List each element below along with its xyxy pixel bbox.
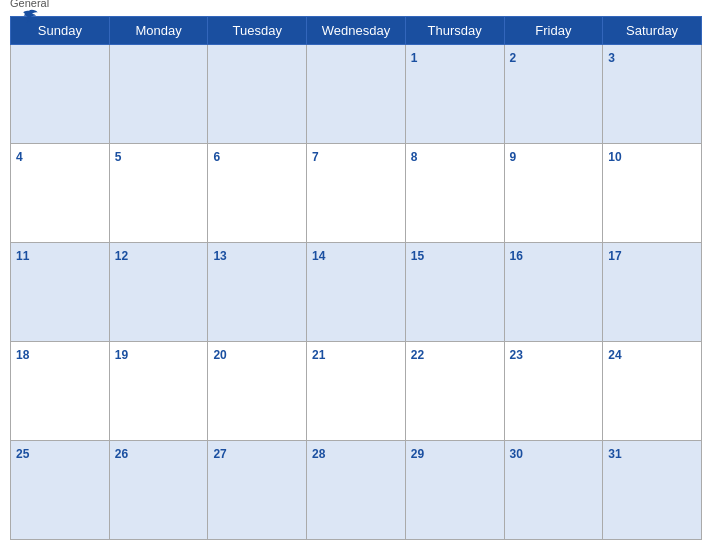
week-row-2: 45678910 bbox=[11, 144, 702, 243]
calendar-cell: 30 bbox=[504, 441, 603, 540]
day-number: 2 bbox=[510, 51, 517, 65]
day-number: 18 bbox=[16, 348, 29, 362]
day-number: 19 bbox=[115, 348, 128, 362]
weekday-header-friday: Friday bbox=[504, 17, 603, 45]
day-number: 8 bbox=[411, 150, 418, 164]
calendar-cell bbox=[208, 45, 307, 144]
calendar-cell: 12 bbox=[109, 243, 208, 342]
day-number: 14 bbox=[312, 249, 325, 263]
weekday-header-tuesday: Tuesday bbox=[208, 17, 307, 45]
calendar-cell: 19 bbox=[109, 342, 208, 441]
calendar-cell bbox=[11, 45, 110, 144]
day-number: 13 bbox=[213, 249, 226, 263]
weekday-header-wednesday: Wednesday bbox=[307, 17, 406, 45]
day-number: 24 bbox=[608, 348, 621, 362]
day-number: 1 bbox=[411, 51, 418, 65]
calendar-cell: 11 bbox=[11, 243, 110, 342]
day-number: 17 bbox=[608, 249, 621, 263]
day-number: 28 bbox=[312, 447, 325, 461]
calendar-cell: 18 bbox=[11, 342, 110, 441]
calendar-cell: 16 bbox=[504, 243, 603, 342]
day-number: 16 bbox=[510, 249, 523, 263]
calendar-body: 1234567891011121314151617181920212223242… bbox=[11, 45, 702, 540]
week-row-1: 123 bbox=[11, 45, 702, 144]
calendar-cell: 20 bbox=[208, 342, 307, 441]
day-number: 20 bbox=[213, 348, 226, 362]
calendar-cell: 17 bbox=[603, 243, 702, 342]
calendar-cell: 15 bbox=[405, 243, 504, 342]
weekday-header-thursday: Thursday bbox=[405, 17, 504, 45]
calendar-cell: 27 bbox=[208, 441, 307, 540]
day-number: 27 bbox=[213, 447, 226, 461]
calendar-cell: 5 bbox=[109, 144, 208, 243]
calendar-cell: 26 bbox=[109, 441, 208, 540]
calendar-cell: 24 bbox=[603, 342, 702, 441]
day-number: 12 bbox=[115, 249, 128, 263]
calendar-cell: 22 bbox=[405, 342, 504, 441]
calendar-cell: 1 bbox=[405, 45, 504, 144]
calendar-cell bbox=[109, 45, 208, 144]
week-row-3: 11121314151617 bbox=[11, 243, 702, 342]
day-number: 15 bbox=[411, 249, 424, 263]
calendar-cell: 31 bbox=[603, 441, 702, 540]
calendar-cell: 25 bbox=[11, 441, 110, 540]
day-number: 31 bbox=[608, 447, 621, 461]
calendar-cell: 4 bbox=[11, 144, 110, 243]
calendar-cell: 9 bbox=[504, 144, 603, 243]
day-number: 23 bbox=[510, 348, 523, 362]
day-number: 5 bbox=[115, 150, 122, 164]
day-number: 25 bbox=[16, 447, 29, 461]
calendar-cell: 13 bbox=[208, 243, 307, 342]
calendar-table: SundayMondayTuesdayWednesdayThursdayFrid… bbox=[10, 16, 702, 540]
calendar-cell: 29 bbox=[405, 441, 504, 540]
weekday-header-monday: Monday bbox=[109, 17, 208, 45]
calendar-cell: 28 bbox=[307, 441, 406, 540]
calendar-cell: 3 bbox=[603, 45, 702, 144]
day-number: 11 bbox=[16, 249, 29, 263]
calendar-cell: 7 bbox=[307, 144, 406, 243]
calendar-cell: 2 bbox=[504, 45, 603, 144]
logo: General bbox=[10, 0, 49, 23]
calendar-cell: 14 bbox=[307, 243, 406, 342]
week-row-5: 25262728293031 bbox=[11, 441, 702, 540]
calendar-cell: 8 bbox=[405, 144, 504, 243]
logo-blue-text bbox=[20, 9, 40, 23]
day-number: 9 bbox=[510, 150, 517, 164]
calendar-cell: 23 bbox=[504, 342, 603, 441]
day-number: 29 bbox=[411, 447, 424, 461]
day-number: 26 bbox=[115, 447, 128, 461]
day-number: 3 bbox=[608, 51, 615, 65]
day-number: 30 bbox=[510, 447, 523, 461]
weekday-header-row: SundayMondayTuesdayWednesdayThursdayFrid… bbox=[11, 17, 702, 45]
weekday-header-saturday: Saturday bbox=[603, 17, 702, 45]
day-number: 21 bbox=[312, 348, 325, 362]
day-number: 7 bbox=[312, 150, 319, 164]
calendar-cell: 6 bbox=[208, 144, 307, 243]
calendar-cell: 21 bbox=[307, 342, 406, 441]
day-number: 4 bbox=[16, 150, 23, 164]
day-number: 22 bbox=[411, 348, 424, 362]
day-number: 6 bbox=[213, 150, 220, 164]
logo-general-text: General bbox=[10, 0, 49, 9]
week-row-4: 18192021222324 bbox=[11, 342, 702, 441]
calendar-cell: 10 bbox=[603, 144, 702, 243]
day-number: 10 bbox=[608, 150, 621, 164]
calendar-cell bbox=[307, 45, 406, 144]
logo-bird-icon bbox=[20, 9, 38, 23]
